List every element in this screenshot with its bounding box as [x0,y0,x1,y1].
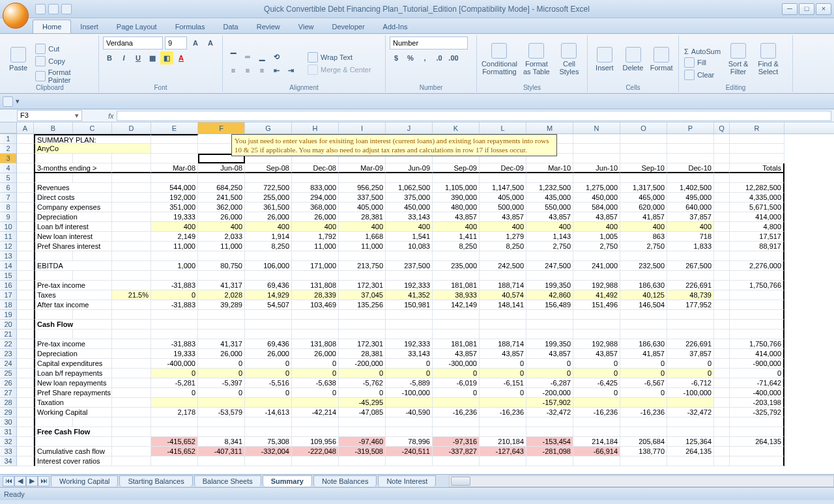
row-header-12[interactable]: 12 [0,242,17,251]
company-name[interactable]: AnyCo [34,144,151,154]
cell[interactable] [112,378,151,388]
data-cell[interactable]: 26,000 [292,349,339,359]
cell[interactable] [34,329,73,339]
horizontal-scrollbar[interactable] [449,475,834,487]
data-cell[interactable] [573,456,620,466]
cell[interactable] [730,271,784,281]
row-header-17[interactable]: 17 [0,290,17,300]
cell[interactable] [17,261,34,271]
row-label-24[interactable]: Capital expenditures [34,359,112,369]
data-cell[interactable]: -40,590 [386,408,433,417]
cell[interactable] [433,329,480,339]
cell[interactable] [73,173,112,183]
total-cell[interactable]: 4,800 [730,222,784,232]
sheet-tab-summary[interactable]: Summary [263,475,312,486]
cell[interactable] [17,408,34,417]
col-header-E[interactable]: E [151,122,198,133]
total-cell[interactable]: -400,000 [730,388,784,398]
cell[interactable] [730,144,784,154]
cell[interactable] [151,310,198,320]
currency-button[interactable]: $ [390,51,403,64]
data-cell[interactable] [667,456,714,466]
data-cell[interactable] [339,320,386,329]
data-cell[interactable]: 11,000 [198,242,245,251]
cell[interactable] [292,251,339,261]
row-header-8[interactable]: 8 [0,203,17,212]
data-cell[interactable]: -240,511 [386,447,433,456]
data-cell[interactable]: 8,341 [198,437,245,447]
data-cell[interactable]: 8,250 [245,242,292,251]
period-header[interactable]: Mar-09 [339,163,386,173]
cell[interactable] [620,144,667,154]
data-cell[interactable]: 368,000 [292,203,339,212]
cell[interactable] [526,271,573,281]
data-cell[interactable] [433,427,480,437]
period-header[interactable]: Mar-08 [151,163,198,173]
cell[interactable] [714,320,730,329]
data-cell[interactable]: 43,857 [573,212,620,222]
cell[interactable] [17,456,34,466]
period-header[interactable]: Dec-08 [292,163,339,173]
data-cell[interactable]: 2,750 [573,242,620,251]
data-cell[interactable]: 267,500 [667,261,714,271]
row-label-22[interactable]: Pre-tax income [34,339,112,349]
tab-nav-prev[interactable]: ◀ [14,476,26,486]
data-cell[interactable]: 242,500 [480,261,526,271]
row-header-33[interactable]: 33 [0,447,17,456]
data-cell[interactable]: 80,750 [198,261,245,271]
cell-E3[interactable] [151,154,198,163]
data-cell[interactable]: 400 [480,222,526,232]
cell[interactable] [714,427,730,437]
cell[interactable] [573,417,620,427]
cell[interactable] [714,203,730,212]
data-cell[interactable] [620,398,667,408]
cell[interactable] [112,193,151,203]
total-cell[interactable] [730,427,784,437]
format-button[interactable]: Format [648,36,674,82]
cell[interactable] [620,134,667,144]
cell[interactable] [73,417,112,427]
cell[interactable] [433,417,480,427]
data-cell[interactable]: 192,333 [386,339,433,349]
cell[interactable] [198,329,245,339]
cut-button[interactable]: Cut [34,43,94,55]
row-label-33[interactable]: Cumulative cash flow [34,447,112,456]
cell[interactable] [480,251,526,261]
cell[interactable] [620,154,667,163]
cell[interactable] [433,310,480,320]
row-label-32[interactable] [34,437,112,447]
data-cell[interactable]: 131,808 [292,339,339,349]
data-cell[interactable]: 0 [386,369,433,378]
data-cell[interactable]: -31,883 [151,339,198,349]
data-cell[interactable]: 241,000 [573,261,620,271]
cell[interactable] [730,310,784,320]
cell[interactable] [730,251,784,261]
cell[interactable] [17,232,34,242]
data-cell[interactable]: 177,952 [667,300,714,310]
data-cell[interactable]: 584,000 [573,203,620,212]
cell[interactable] [339,310,386,320]
cell[interactable] [714,271,730,281]
data-cell[interactable]: 0 [292,388,339,398]
total-cell[interactable] [730,447,784,456]
wrap-text-button[interactable]: Wrap Text [306,51,373,63]
col-header-C[interactable]: C [73,122,112,133]
data-cell[interactable]: -42,214 [292,408,339,417]
total-cell[interactable]: 12,282,500 [730,183,784,193]
cell[interactable] [17,320,34,329]
data-cell[interactable]: 400 [292,222,339,232]
row-header-19[interactable]: 19 [0,310,17,320]
cell[interactable] [480,173,526,183]
data-cell[interactable] [292,427,339,437]
cell[interactable] [17,183,34,193]
data-cell[interactable]: 2,149 [151,232,198,242]
data-cell[interactable]: -6,287 [526,378,573,388]
data-cell[interactable]: 1,792 [292,232,339,242]
data-cell[interactable]: 186,630 [620,281,667,290]
data-cell[interactable]: 69,436 [245,281,292,290]
total-cell[interactable] [730,456,784,466]
data-cell[interactable]: 361,500 [245,203,292,212]
total-cell[interactable] [730,320,784,329]
data-cell[interactable]: 435,000 [526,193,573,203]
cell[interactable] [17,281,34,290]
